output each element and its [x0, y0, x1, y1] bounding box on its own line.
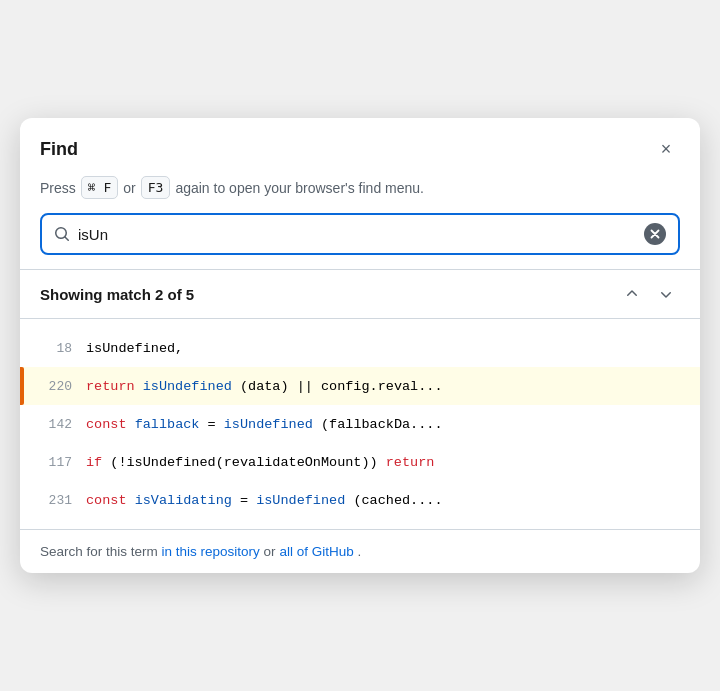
prev-match-button[interactable]	[618, 280, 646, 308]
result-item[interactable]: 18 isUndefined,	[20, 329, 700, 367]
var-name: isValidating	[135, 493, 232, 508]
footer-prefix: Search for this term	[40, 544, 162, 559]
footer-middle: or	[264, 544, 280, 559]
clear-button[interactable]	[644, 223, 666, 245]
var-name: fallback	[135, 417, 200, 432]
dialog-header: Find ×	[20, 118, 700, 176]
hint-suffix: again to open your browser's find menu.	[175, 180, 424, 196]
code-rest: (fallbackDa....	[321, 417, 443, 432]
code-rest: (cached....	[353, 493, 442, 508]
code-eq: =	[240, 493, 256, 508]
line-number: 117	[40, 455, 72, 470]
close-button[interactable]: ×	[652, 136, 680, 164]
match-info-row: Showing match 2 of 5	[20, 269, 700, 319]
search-icon	[54, 226, 70, 242]
keyword-if: if	[86, 455, 102, 470]
find-dialog: Find × Press ⌘ F or F3 again to open you…	[20, 118, 700, 574]
code-content: if (!isUndefined(revalidateOnMount)) ret…	[86, 455, 680, 470]
code-rest: (data) || config.reval...	[240, 379, 443, 394]
dialog-title: Find	[40, 139, 78, 160]
kbd-cmd-f: ⌘ F	[81, 176, 118, 200]
search-row	[20, 213, 700, 269]
function-name: isUndefined	[256, 493, 345, 508]
repo-search-link[interactable]: in this repository	[162, 544, 260, 559]
function-name: isUndefined	[224, 417, 313, 432]
keyword-return: return	[386, 455, 435, 470]
keyword-const: const	[86, 493, 127, 508]
code-content: const fallback = isUndefined (fallbackDa…	[86, 417, 680, 432]
function-name: isUndefined	[143, 379, 232, 394]
result-item[interactable]: 117 if (!isUndefined(revalidateOnMount))…	[20, 443, 700, 481]
line-number: 18	[40, 341, 72, 356]
result-item[interactable]: 231 const isValidating = isUndefined (ca…	[20, 481, 700, 519]
code-content: return isUndefined (data) || config.reva…	[86, 379, 680, 394]
dialog-footer: Search for this term in this repository …	[20, 529, 700, 573]
keyword-const: const	[86, 417, 127, 432]
results-list: 18 isUndefined, 220 return isUndefined (…	[20, 319, 700, 529]
code-content: isUndefined,	[86, 341, 680, 356]
code-eq: =	[208, 417, 224, 432]
search-box	[40, 213, 680, 255]
next-match-button[interactable]	[652, 280, 680, 308]
hint-prefix: Press	[40, 180, 76, 196]
keyword-return: return	[86, 379, 135, 394]
hint-or: or	[123, 180, 135, 196]
line-number: 231	[40, 493, 72, 508]
line-number: 220	[40, 379, 72, 394]
line-number: 142	[40, 417, 72, 432]
github-search-link[interactable]: all of GitHub	[279, 544, 353, 559]
search-input[interactable]	[78, 226, 636, 243]
code-content: const isValidating = isUndefined (cached…	[86, 493, 680, 508]
nav-buttons	[618, 280, 680, 308]
result-item[interactable]: 220 return isUndefined (data) || config.…	[20, 367, 700, 405]
result-item[interactable]: 142 const fallback = isUndefined (fallba…	[20, 405, 700, 443]
code-rest: (!isUndefined(revalidateOnMount))	[110, 455, 385, 470]
kbd-f3: F3	[141, 176, 171, 200]
match-info-text: Showing match 2 of 5	[40, 286, 194, 303]
footer-suffix: .	[357, 544, 361, 559]
hint-row: Press ⌘ F or F3 again to open your brows…	[20, 176, 700, 214]
